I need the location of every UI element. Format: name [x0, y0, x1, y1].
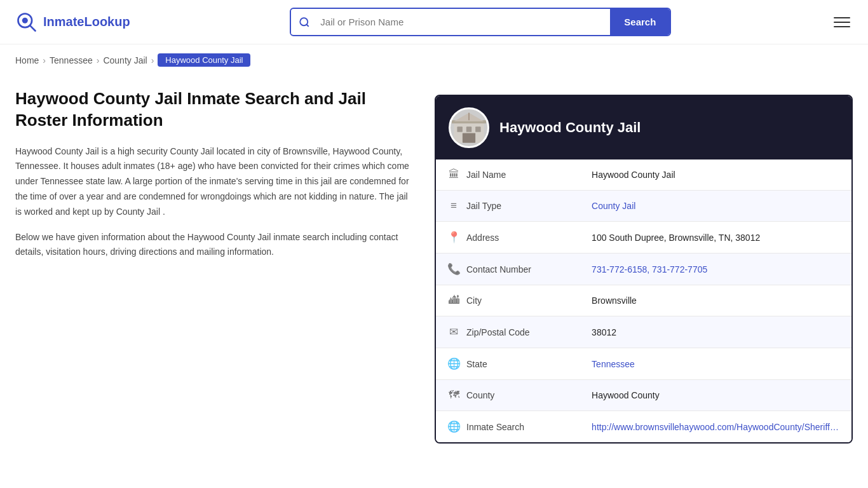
row-label-cell: 🗺 County — [436, 380, 580, 411]
table-row: 📍 Address 100 South Dupree, Brownsville,… — [436, 222, 851, 254]
svg-point-3 — [301, 18, 308, 25]
svg-rect-6 — [457, 126, 462, 132]
search-button[interactable]: Search — [610, 9, 670, 35]
header: InmateLookup Search — [0, 0, 868, 44]
row-value-cell[interactable]: http://www.brownsvillehaywood.com/Haywoo… — [580, 411, 851, 443]
breadcrumb-current: Haywood County Jail — [158, 53, 250, 67]
row-label-cell: ≡ Jail Type — [436, 191, 580, 222]
search-bar: Search — [290, 8, 671, 36]
row-label-text: Jail Name — [466, 170, 506, 180]
table-row: 🌐 Inmate Search http://www.brownsvilleha… — [436, 411, 851, 443]
row-icon: ≡ — [447, 200, 460, 212]
row-label-text: City — [466, 295, 482, 306]
svg-rect-7 — [466, 126, 471, 132]
table-row: 📞 Contact Number 731-772-6158, 731-772-7… — [436, 254, 851, 285]
row-label-cell: 🌐 Inmate Search — [436, 411, 580, 443]
table-row: ≡ Jail Type County Jail — [436, 191, 851, 222]
info-table: 🏛 Jail Name Haywood County Jail ≡ Jail T… — [436, 159, 851, 442]
breadcrumb-county-jail[interactable]: County Jail — [103, 55, 147, 65]
row-label-text: Inmate Search — [466, 422, 524, 432]
row-icon: 📍 — [447, 231, 460, 244]
row-label-cell: 🏛 Jail Name — [436, 159, 580, 191]
table-row: 🏛 Jail Name Haywood County Jail — [436, 159, 851, 191]
row-label-text: Address — [466, 233, 499, 243]
breadcrumb-home[interactable]: Home — [15, 55, 39, 65]
row-value-cell: 38012 — [580, 316, 851, 348]
logo-icon — [15, 11, 38, 34]
row-icon: 📞 — [447, 262, 460, 276]
row-value-link[interactable]: http://www.brownsvillehaywood.com/Haywoo… — [592, 422, 839, 432]
avatar — [449, 107, 489, 148]
row-value-cell: Haywood County — [580, 380, 851, 411]
row-label-text: Zip/Postal Code — [466, 327, 530, 337]
svg-line-2 — [30, 25, 35, 30]
row-value-cell[interactable]: 731-772-6158, 731-772-7705 — [580, 254, 851, 285]
row-label-cell: 📍 Address — [436, 222, 580, 254]
card-title: Haywood County Jail — [499, 119, 641, 136]
svg-rect-8 — [475, 126, 480, 132]
row-label-cell: 📞 Contact Number — [436, 254, 580, 285]
row-label-text: County — [466, 390, 494, 400]
row-value-cell[interactable]: County Jail — [580, 191, 851, 222]
search-icon — [291, 10, 318, 34]
row-icon: 🌐 — [447, 357, 460, 370]
svg-rect-9 — [463, 133, 475, 142]
page-title: Haywood County Jail Inmate Search and Ja… — [15, 88, 409, 132]
table-row: 🏙 City Brownsville — [436, 285, 851, 316]
search-input[interactable] — [318, 10, 610, 34]
card-header: Haywood County Jail — [436, 96, 851, 159]
row-icon: 🏙 — [447, 294, 460, 307]
breadcrumb: Home › Tennessee › County Jail › Haywood… — [0, 44, 868, 76]
row-value-link[interactable]: 731-772-6158, 731-772-7705 — [592, 264, 707, 274]
page-desc-2: Below we have given information about th… — [15, 230, 409, 261]
row-label-cell: ✉ Zip/Postal Code — [436, 316, 580, 348]
row-value-cell: Brownsville — [580, 285, 851, 316]
row-value-cell[interactable]: Tennessee — [580, 348, 851, 380]
row-label-text: Jail Type — [466, 201, 501, 211]
logo-link[interactable]: InmateLookup — [15, 11, 130, 34]
row-label-text: State — [466, 359, 487, 369]
table-row: ✉ Zip/Postal Code 38012 — [436, 316, 851, 348]
left-panel: Haywood County Jail Inmate Search and Ja… — [15, 88, 435, 444]
row-icon: ✉ — [447, 325, 460, 339]
row-label-text: Contact Number — [466, 264, 531, 274]
info-card: Haywood County Jail 🏛 Jail Name Haywood … — [435, 95, 853, 444]
svg-point-1 — [22, 17, 28, 23]
row-value-cell: Haywood County Jail — [580, 159, 851, 191]
row-value-link[interactable]: County Jail — [592, 201, 635, 211]
page-desc-1: Haywood County Jail is a high security C… — [15, 144, 409, 220]
row-icon: 🗺 — [447, 389, 460, 402]
jail-avatar-image — [452, 111, 486, 145]
main-content: Haywood County Jail Inmate Search and Ja… — [0, 76, 868, 469]
row-label-cell: 🏙 City — [436, 285, 580, 316]
row-value-link[interactable]: Tennessee — [592, 359, 635, 369]
row-icon: 🏛 — [447, 168, 460, 181]
table-row: 🌐 State Tennessee — [436, 348, 851, 380]
row-icon: 🌐 — [447, 420, 460, 433]
breadcrumb-tennessee[interactable]: Tennessee — [50, 55, 93, 65]
search-area: Search — [290, 8, 671, 36]
table-row: 🗺 County Haywood County — [436, 380, 851, 411]
svg-line-4 — [307, 24, 309, 26]
logo-text: InmateLookup — [43, 15, 130, 29]
menu-button[interactable] — [831, 15, 853, 30]
row-value-cell: 100 South Dupree, Brownsville, TN, 38012 — [580, 222, 851, 254]
row-label-cell: 🌐 State — [436, 348, 580, 380]
